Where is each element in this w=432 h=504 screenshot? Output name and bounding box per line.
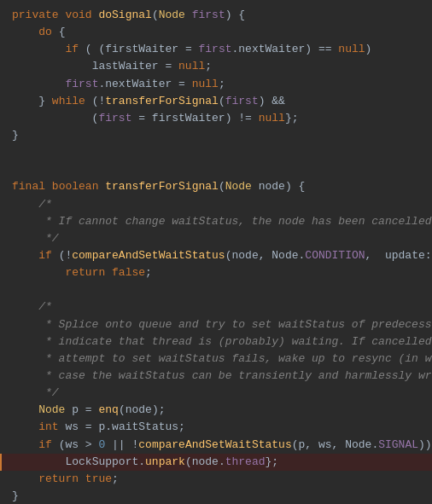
code-token: node [126, 402, 152, 419]
code-token: ( [219, 178, 225, 195]
code-token: . [138, 454, 145, 471]
code-token [59, 7, 66, 24]
code-token: nextWaiter [105, 76, 172, 93]
code-token: ; [178, 419, 185, 436]
code-token: ( [152, 7, 159, 24]
code-token [12, 471, 38, 488]
code-token: . [105, 419, 112, 436]
code-token: null [178, 58, 205, 75]
code-token: = [79, 419, 98, 436]
code-token: first [225, 93, 259, 110]
code-token: )) [418, 437, 432, 454]
code-line: * case the waitStatus can be transiently… [0, 368, 432, 385]
code-line: int ws = p.waitStatus; [0, 419, 432, 436]
code-line: Node p = enq(node); [0, 402, 432, 419]
code-token: nextWaiter [238, 41, 305, 58]
code-token [12, 58, 92, 75]
code-token [12, 402, 38, 419]
code-token: ) && [259, 93, 285, 110]
code-token: SIGNAL [378, 437, 418, 454]
code-token: ( [292, 437, 299, 454]
code-token: doSignal [98, 7, 151, 24]
code-token: int [38, 419, 58, 436]
code-line: lastWaiter = null; [0, 58, 432, 75]
code-token [12, 230, 45, 247]
code-line: do { [0, 24, 432, 41]
code-line: LockSupport.unpark(node.thread}; [0, 454, 432, 471]
code-token: Node [38, 402, 65, 419]
code-line [0, 161, 432, 178]
code-token [98, 178, 105, 195]
code-token: * Splice onto queue and try to set waitS… [45, 316, 432, 333]
code-line: * If cannot change waitStatus, the node … [0, 213, 432, 230]
code-line: } [0, 127, 432, 144]
code-token: /* [38, 196, 52, 213]
code-token: null [259, 110, 285, 127]
code-token [12, 93, 38, 110]
code-token: Node [345, 437, 371, 454]
code-token: ws [318, 437, 332, 454]
code-token: = [79, 402, 98, 419]
code-token: ; [112, 471, 119, 488]
code-token: first [198, 41, 231, 58]
code-token: * indicate that thread is (probably) wai… [45, 333, 432, 350]
code-token: first [192, 7, 225, 24]
code-token: transferForSignal [105, 93, 219, 110]
code-token: return [38, 471, 79, 488]
code-token: unpark [145, 454, 185, 471]
code-token [12, 213, 45, 230]
code-token: ) != [225, 110, 259, 127]
code-line: * attempt to set waitStatus fails, wake … [0, 350, 432, 368]
code-token [185, 7, 192, 24]
code-token [12, 350, 45, 368]
code-token: } [12, 488, 19, 504]
code-token: false [112, 264, 145, 281]
code-token: p [72, 402, 79, 419]
code-line: if (!compareAndSetWaitStatus(node, Node.… [0, 247, 432, 264]
code-token: (! [52, 247, 72, 264]
code-token: * If cannot change waitStatus, the node … [45, 213, 432, 230]
code-token [12, 437, 38, 454]
code-token: = [159, 58, 178, 75]
code-token [79, 471, 85, 488]
code-token: , [305, 437, 318, 454]
code-token [59, 419, 66, 436]
code-token: waitStatus [112, 419, 178, 436]
code-token [12, 316, 45, 333]
code-token: ) == [305, 41, 338, 58]
code-token: thread [225, 454, 266, 471]
code-line [0, 144, 432, 161]
code-token: p [98, 419, 105, 436]
code-token [12, 385, 45, 402]
code-line: if ( (firstWaiter = first.nextWaiter) ==… [0, 41, 432, 58]
code-token: return [65, 264, 105, 281]
code-line: */ [0, 230, 432, 247]
code-token: p [299, 437, 306, 454]
code-token [252, 178, 259, 195]
code-line: } [0, 488, 432, 504]
code-token: { [52, 24, 66, 41]
code-token: compareAndSetWaitStatus [138, 437, 291, 454]
code-token: ( ( [79, 41, 105, 58]
code-token: = [178, 41, 198, 58]
code-token: ) { [285, 178, 305, 195]
code-token: * attempt to set waitStatus fails, wake … [45, 350, 432, 368]
code-token: node [231, 247, 258, 264]
code-line: private void doSignal(Node first) { [0, 7, 432, 24]
code-token [12, 298, 38, 316]
code-token: void [65, 7, 91, 24]
code-token [12, 368, 45, 385]
code-token [12, 24, 38, 41]
code-token: . [371, 437, 378, 454]
code-token [12, 419, 38, 436]
code-token: null [338, 41, 365, 58]
code-line: } while (!transferForSignal(first) && [0, 93, 432, 110]
code-token: ( [12, 110, 98, 127]
code-token: ); [152, 402, 166, 419]
code-token: if [38, 247, 52, 264]
code-token [12, 454, 65, 471]
code-token: ; [219, 76, 225, 93]
code-token: . [299, 247, 306, 264]
code-token: do [38, 24, 52, 41]
code-token: ) { [225, 7, 245, 24]
